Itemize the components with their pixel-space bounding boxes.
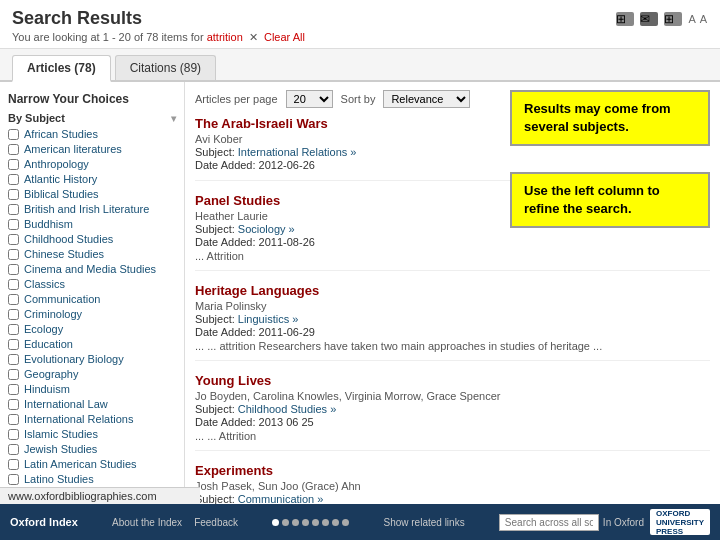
sidebar-subject-heading: By Subject ▾ <box>8 112 176 124</box>
subject-label[interactable]: Ecology <box>24 323 63 335</box>
sort-by-select[interactable]: RelevanceDate AddedTitle <box>383 90 470 108</box>
result-author-2: Maria Polinsky <box>195 300 710 312</box>
subject-label[interactable]: Cinema and Media Studies <box>24 263 156 275</box>
subject-checkbox[interactable] <box>8 129 19 140</box>
subject-label[interactable]: Atlantic History <box>24 173 97 185</box>
dot-1 <box>272 519 279 526</box>
subject-label[interactable]: Communication <box>24 293 100 305</box>
sort-by-label: Sort by <box>341 93 376 105</box>
subject-label[interactable]: Latino Studies <box>24 473 94 485</box>
subject-checkbox[interactable] <box>8 384 19 395</box>
list-item: Classics <box>8 278 176 290</box>
subject-label[interactable]: Biblical Studies <box>24 188 99 200</box>
subject-checkbox[interactable] <box>8 234 19 245</box>
subject-checkbox[interactable] <box>8 354 19 365</box>
subject-label[interactable]: Anthropology <box>24 158 89 170</box>
subject-link-2[interactable]: Linguistics » <box>238 313 299 325</box>
subject-label[interactable]: Latin American Studies <box>24 458 137 470</box>
subject-checkbox[interactable] <box>8 219 19 230</box>
subject-link-0[interactable]: International Relations » <box>238 146 357 158</box>
subject-label[interactable]: British and Irish Literature <box>24 203 149 215</box>
list-item: Criminology <box>8 308 176 320</box>
subject-checkbox[interactable] <box>8 279 19 290</box>
subject-label[interactable]: Criminology <box>24 308 82 320</box>
subject-checkbox[interactable] <box>8 294 19 305</box>
dot-5 <box>312 519 319 526</box>
show-related-links[interactable]: Show related links <box>383 517 464 528</box>
list-item: Education <box>8 338 176 350</box>
dot-3 <box>292 519 299 526</box>
subject-checkbox[interactable] <box>8 204 19 215</box>
share-icon[interactable]: ⊞ <box>664 12 682 26</box>
subject-label[interactable]: International Law <box>24 398 108 410</box>
chevron-down-icon[interactable]: ▾ <box>171 113 176 124</box>
oxford-university-press-logo: OXFORDUNIVERSITYPRESS <box>650 509 710 535</box>
clear-all-link[interactable]: Clear All <box>264 31 305 43</box>
subject-label[interactable]: Jewish Studies <box>24 443 97 455</box>
result-date-2: Date Added: 2011-06-29 <box>195 326 710 338</box>
list-item: Latino Studies <box>8 473 176 485</box>
subject-label[interactable]: Education <box>24 338 73 350</box>
subject-label[interactable]: Evolutionary Biology <box>24 353 124 365</box>
list-item: International Relations <box>8 413 176 425</box>
result-snippet-2: ... ... attrition Researchers have taken… <box>195 340 710 352</box>
subject-checkbox[interactable] <box>8 414 19 425</box>
tab-articles[interactable]: Articles (78) <box>12 55 111 82</box>
result-subject-2: Subject: Linguistics » <box>195 313 710 325</box>
result-title-3[interactable]: Young Lives <box>195 373 710 388</box>
bottom-bar: Oxford Index About the Index Feedback Sh… <box>0 504 720 540</box>
tab-citations[interactable]: Citations (89) <box>115 55 216 80</box>
list-item: Cinema and Media Studies <box>8 263 176 275</box>
subject-checkbox[interactable] <box>8 189 19 200</box>
per-page-select[interactable]: 2050100 <box>286 90 333 108</box>
list-item: American literatures <box>8 143 176 155</box>
subject-label[interactable]: Chinese Studies <box>24 248 104 260</box>
list-item: Chinese Studies <box>8 248 176 260</box>
subject-label[interactable]: Childhood Studies <box>24 233 113 245</box>
subject-link-1[interactable]: Sociology » <box>238 223 295 235</box>
about-index-link[interactable]: About the Index <box>112 517 182 528</box>
subject-label[interactable]: Buddhism <box>24 218 73 230</box>
bottom-search: In Oxford <box>499 514 644 531</box>
subject-link-3[interactable]: Childhood Studies » <box>238 403 336 415</box>
subject-checkbox[interactable] <box>8 444 19 455</box>
search-term-link[interactable]: attrition <box>207 31 243 43</box>
subject-checkbox[interactable] <box>8 429 19 440</box>
list-item: British and Irish Literature <box>8 203 176 215</box>
grid-icon[interactable]: ⊞ <box>616 12 634 26</box>
list-item: Geography <box>8 368 176 380</box>
bottom-search-input[interactable] <box>499 514 599 531</box>
tooltip-refine: Use the left column to refine the search… <box>510 172 710 228</box>
envelope-icon[interactable]: ✉ <box>640 12 658 26</box>
subject-label[interactable]: Geography <box>24 368 78 380</box>
top-bar-right: ⊞ ✉ ⊞ A A <box>616 12 708 26</box>
subject-checkbox[interactable] <box>8 159 19 170</box>
subject-checkbox[interactable] <box>8 399 19 410</box>
results-area: Articles per page 2050100 Sort by Releva… <box>185 82 720 512</box>
subject-checkbox[interactable] <box>8 144 19 155</box>
subject-label[interactable]: Islamic Studies <box>24 428 98 440</box>
dot-2 <box>282 519 289 526</box>
subject-checkbox[interactable] <box>8 249 19 260</box>
subject-checkbox[interactable] <box>8 174 19 185</box>
result-title-4[interactable]: Experiments <box>195 463 710 478</box>
subject-checkbox[interactable] <box>8 369 19 380</box>
subject-label[interactable]: Hinduism <box>24 383 70 395</box>
result-snippet-1: ... Attrition <box>195 250 710 262</box>
subject-label[interactable]: Classics <box>24 278 65 290</box>
feedback-link[interactable]: Feedback <box>194 517 238 528</box>
subject-checkbox[interactable] <box>8 309 19 320</box>
subject-checkbox[interactable] <box>8 264 19 275</box>
subject-checkbox[interactable] <box>8 459 19 470</box>
subject-label[interactable]: African Studies <box>24 128 98 140</box>
bottom-right: In Oxford OXFORDUNIVERSITYPRESS <box>499 509 710 535</box>
subject-checkbox[interactable] <box>8 474 19 485</box>
subject-label[interactable]: American literatures <box>24 143 122 155</box>
dot-7 <box>332 519 339 526</box>
subject-label[interactable]: International Relations <box>24 413 133 425</box>
subject-checkbox[interactable] <box>8 324 19 335</box>
subtitle-text: You are looking at 1 - 20 of 78 items fo… <box>12 31 204 43</box>
subject-checkbox[interactable] <box>8 339 19 350</box>
result-title-2[interactable]: Heritage Languages <box>195 283 710 298</box>
font-size-control[interactable]: A A <box>688 13 708 25</box>
